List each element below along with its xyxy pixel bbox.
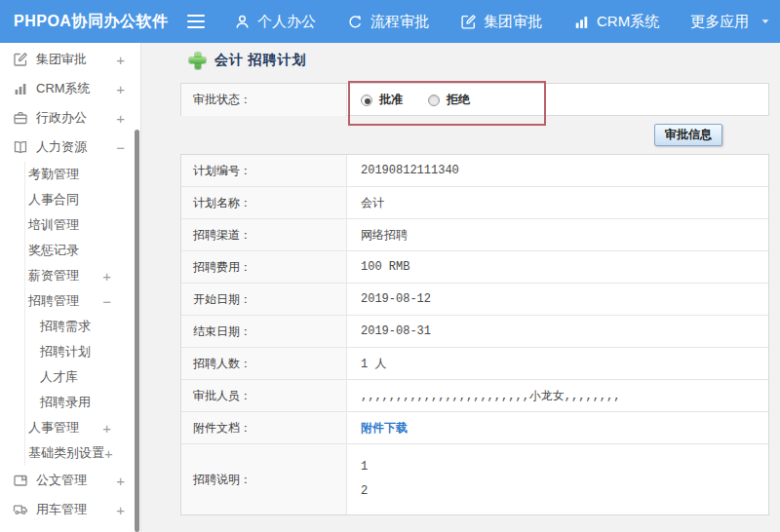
field-value: 2019-08-12 xyxy=(347,284,768,315)
expander-icon[interactable]: + xyxy=(116,503,125,517)
sidebar-item[interactable]: 招聘计划 xyxy=(24,339,140,364)
sidebar-item[interactable]: 考勤管理 xyxy=(24,162,140,187)
sidebar-item[interactable]: CRM系统 + xyxy=(0,74,140,103)
sidebar-item[interactable]: 基础类别设置 + xyxy=(24,440,140,466)
car-icon xyxy=(13,502,28,517)
main-content: 会计 招聘计划 审批状态： 批准 拒绝 审批信息 计划编号： 201908121… xyxy=(142,43,780,532)
edit-square-icon xyxy=(13,52,28,67)
field-label: 招聘人数： xyxy=(181,348,347,379)
sidebar-item[interactable]: 人力资源 − xyxy=(0,133,140,162)
field-label: 招聘费用： xyxy=(181,251,347,283)
table-row: 结束日期： 2019-08-31 xyxy=(181,316,768,348)
bar-chart-icon xyxy=(13,81,28,96)
table-row: 审批人员： ,,,,,,,,,,,,,,,,,,,,,,,,小龙女,,,,,,,… xyxy=(181,380,768,412)
topbar-nav-item[interactable]: 集团审批 xyxy=(460,13,542,31)
table-row: 招聘渠道： 网络招聘 xyxy=(181,219,768,251)
field-label: 开始日期： xyxy=(181,284,347,315)
topbar-nav-item[interactable]: 个人办公 xyxy=(234,13,316,31)
briefcase-icon xyxy=(13,110,28,126)
approval-radio-group: 批准 拒绝 xyxy=(361,92,470,108)
sidebar-item[interactable]: 招聘录用 xyxy=(24,390,140,415)
sidebar-item[interactable]: 培训管理 xyxy=(24,212,140,238)
edit-square-icon xyxy=(460,14,477,30)
plus-icon xyxy=(189,53,206,69)
sidebar-item[interactable]: 人事合同 xyxy=(24,187,140,212)
sidebar-item[interactable]: 薪资管理 + xyxy=(24,263,140,288)
sidebar-item[interactable]: 招聘管理 − xyxy=(24,288,140,314)
book-icon xyxy=(13,139,28,155)
table-row: 招聘说明： 1 2 xyxy=(181,444,768,514)
sidebar-item[interactable]: 行政办公 + xyxy=(0,103,140,133)
table-row: 招聘人数： 1 人 xyxy=(181,348,768,380)
expander-icon[interactable]: + xyxy=(116,474,125,488)
sidebar-scrollbar[interactable] xyxy=(135,130,139,532)
field-label: 附件文档： xyxy=(181,412,347,443)
field-label: 计划编号： xyxy=(181,155,347,186)
topbar-nav-item[interactable]: 流程审批 xyxy=(347,13,429,31)
process-icon xyxy=(347,14,364,30)
field-value: 批准 拒绝 xyxy=(347,84,768,116)
attachment-download-link[interactable]: 附件下载 xyxy=(361,420,408,437)
field-label: 招聘说明： xyxy=(181,444,347,514)
sidebar-item[interactable]: 奖惩记录 xyxy=(24,238,140,263)
sidebar-item[interactable]: 用车管理 + xyxy=(0,495,140,524)
field-value: 1 人 xyxy=(347,348,768,379)
plan-detail-table: 计划编号： 20190812111340 计划名称： 会计 招聘渠道： 网络招聘… xyxy=(180,154,769,515)
field-value: 2019-08-31 xyxy=(347,316,768,347)
app-logo[interactable]: PHPOA协同办公软件 xyxy=(0,12,187,32)
expander-icon[interactable]: + xyxy=(116,53,125,67)
table-row: 计划名称： 会计 xyxy=(181,187,768,219)
field-value: 100 RMB xyxy=(347,251,768,283)
field-label: 招聘渠道： xyxy=(181,219,347,250)
field-value: 网络招聘 xyxy=(347,219,768,250)
expander-icon[interactable]: + xyxy=(102,421,111,436)
user-icon xyxy=(234,14,251,30)
page-title: 会计 招聘计划 xyxy=(189,52,307,69)
sidebar-item[interactable]: 人才库 xyxy=(24,364,140,390)
topbar: PHPOA协同办公软件 个人办公 流程审批 集团审批 CRM系统 更多应用 xyxy=(0,0,780,43)
sidebar-item[interactable]: 招聘需求 xyxy=(24,314,140,339)
radio-icon[interactable] xyxy=(428,95,440,106)
topbar-nav-item[interactable]: CRM系统 xyxy=(573,13,659,31)
approval-info-button[interactable]: 审批信息 xyxy=(654,124,722,146)
expander-icon[interactable]: + xyxy=(102,269,111,284)
table-row: 招聘费用： 100 RMB xyxy=(181,251,768,284)
approval-status-row: 审批状态： 批准 拒绝 xyxy=(181,84,768,116)
topbar-nav: 个人办公 流程审批 集团审批 CRM系统 更多应用 xyxy=(234,13,771,31)
expander-icon[interactable]: + xyxy=(116,82,125,96)
sidebar-item[interactable]: 集团审批 + xyxy=(0,45,140,74)
expander-icon[interactable]: − xyxy=(116,140,125,155)
sidebar-item[interactable]: 人事管理 + xyxy=(24,415,140,440)
field-value: 附件下载 xyxy=(347,412,768,443)
radio-option[interactable]: 批准 xyxy=(361,92,403,108)
topbar-nav-item[interactable]: 更多应用 xyxy=(690,13,771,31)
expander-icon[interactable]: − xyxy=(102,294,111,309)
table-row: 开始日期： 2019-08-12 xyxy=(181,284,768,316)
caret-down-icon xyxy=(760,16,771,27)
approval-status-table: 审批状态： 批准 拒绝 xyxy=(180,83,769,116)
radio-option[interactable]: 拒绝 xyxy=(428,92,470,108)
field-label: 审批人员： xyxy=(181,380,347,411)
field-value: 会计 xyxy=(347,187,768,218)
table-row: 计划编号： 20190812111340 xyxy=(181,155,768,187)
expander-icon[interactable]: + xyxy=(116,111,125,126)
approval-button-row: 审批信息 xyxy=(180,116,769,154)
expander-icon[interactable]: + xyxy=(104,446,113,461)
sidebar-item[interactable]: 公文管理 + xyxy=(0,466,140,495)
bar-chart-icon xyxy=(573,14,590,30)
sidebar: 集团审批 + CRM系统 + 行政办公 + 人力资源 − 考勤管理 人事合同 培… xyxy=(0,43,141,532)
hamburger-icon[interactable] xyxy=(187,13,209,30)
field-value: 20190812111340 xyxy=(347,155,768,186)
field-value: ,,,,,,,,,,,,,,,,,,,,,,,,小龙女,,,,,,,, xyxy=(347,380,768,411)
radio-icon[interactable] xyxy=(361,95,372,106)
page-title-text: 会计 招聘计划 xyxy=(214,52,307,69)
field-label: 审批状态： xyxy=(181,84,347,116)
field-value: 1 2 xyxy=(347,444,768,514)
table-row: 附件文档： 附件下载 xyxy=(181,412,768,444)
field-label: 结束日期： xyxy=(181,316,347,347)
sidebar-menu: 集团审批 + CRM系统 + 行政办公 + 人力资源 − 考勤管理 人事合同 培… xyxy=(0,45,140,524)
field-label: 计划名称： xyxy=(181,187,347,218)
document-icon xyxy=(13,473,28,488)
